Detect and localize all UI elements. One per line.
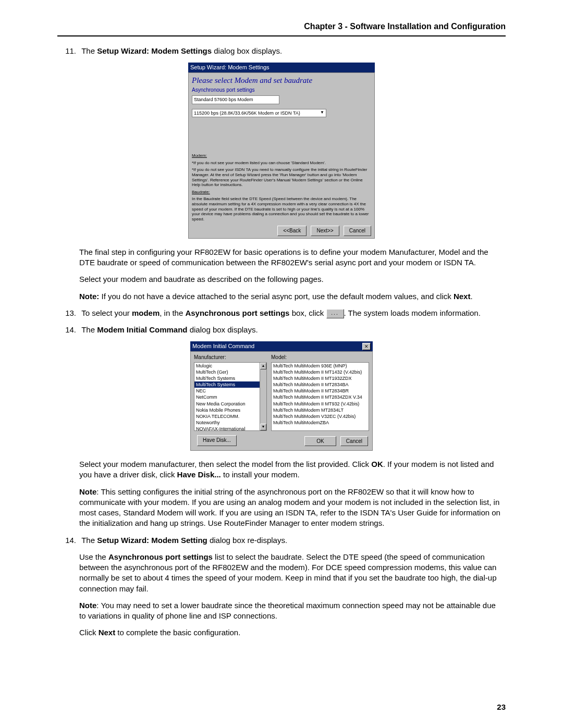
list-item[interactable]: New Media Corporation <box>194 401 266 407</box>
step-14: 14. The Modem Initial Command dialog box… <box>57 325 506 335</box>
list-item[interactable]: MultiTech Systems <box>194 381 266 388</box>
list-item[interactable]: MultiTech (Ger) <box>194 369 266 375</box>
list-item[interactable]: MultiTech MultiModem II MT1932ZDX <box>272 375 369 381</box>
help-text: In the Baudrate field select the DTE Spe… <box>189 195 374 223</box>
cancel-button[interactable]: Cancel <box>344 226 371 236</box>
list-item[interactable]: MultiTech MultiModem V32EC (V.42bis) <box>272 413 369 419</box>
list-item[interactable]: NOKIA TELECOMM. <box>194 413 266 419</box>
step-number: 13. <box>57 308 79 318</box>
list-item[interactable]: MultiTech Systems <box>194 375 266 381</box>
step-number: 14. <box>57 535 79 546</box>
help-modem-label: Modem: <box>189 152 374 159</box>
paragraph: Select your modem manufacturer, then sel… <box>79 459 501 480</box>
cancel-button[interactable]: Cancel <box>340 436 368 447</box>
paragraph: The final step in configuring your RF802… <box>79 247 501 268</box>
step-number: 14. <box>57 325 79 335</box>
window-titlebar: Modem Initial Command ✕ <box>190 341 373 351</box>
paragraph: Click Next to complete the basic configu… <box>79 627 501 638</box>
page-number: 23 <box>497 702 506 712</box>
browse-button-icon[interactable]: ... <box>326 309 344 318</box>
list-item[interactable]: NetComm <box>194 394 266 400</box>
list-item[interactable]: NOVAFAX-International <box>194 426 266 431</box>
list-item[interactable]: Noteworthy <box>194 419 266 426</box>
document-page: Chapter 3 - Software Installation and Co… <box>0 0 563 728</box>
close-icon[interactable]: ✕ <box>362 343 371 350</box>
help-text: *If you do not see your modem listed you… <box>189 159 374 167</box>
list-item[interactable]: MultiTech MultiModem MT2834LT <box>272 407 369 413</box>
list-item[interactable]: NEC <box>194 388 266 394</box>
list-item[interactable]: MultiTech MultiModem II MT1432 (V.42bis) <box>272 369 369 375</box>
window-titlebar: Setup Wizard: Modem Settings <box>188 63 375 72</box>
next-button[interactable]: Next>> <box>311 226 339 236</box>
note: Note: This setting configures the initia… <box>79 487 501 529</box>
model-label: Model: <box>271 354 369 361</box>
list-item[interactable]: MultiTech MultiModem II MT932 (V.42bis) <box>272 401 369 407</box>
step-text: To select your modem, in the Asynchronou… <box>81 308 488 318</box>
scrollbar[interactable]: ▲ ▼ <box>260 363 266 430</box>
list-item[interactable]: Mulogic <box>194 363 266 369</box>
step-text: The Setup Wizard: Modem Setting dialog b… <box>81 535 488 546</box>
model-listbox[interactable]: MultiTech MultiModem 936E (MNP)MultiTech… <box>271 362 369 431</box>
paragraph: Select your modem and baudrate as descri… <box>79 274 501 285</box>
list-item[interactable]: MultiTech MultiModem II MT2834BA <box>272 381 369 388</box>
button-row: <<Back Next>> Cancel <box>189 223 374 238</box>
help-baud-label: Baudrate: <box>189 189 374 196</box>
have-disk-button[interactable]: Have Disk... <box>197 435 237 447</box>
help-text: *If you do not see your ISDN TA you need… <box>189 166 374 188</box>
baudrate-dropdown[interactable]: 115200 bps (28.8K/33.6K/56K Modem or ISD… <box>192 109 326 117</box>
figure-modem-settings: Setup Wizard: Modem Settings Please sele… <box>57 63 506 239</box>
step-13: 13. To select your modem, in the Asynchr… <box>57 308 506 318</box>
paragraph: Use the Asynchronous port settings list … <box>79 552 501 594</box>
ok-button[interactable]: OK <box>304 436 336 447</box>
step-number: 11. <box>57 46 79 56</box>
note: Note: You may need to set a lower baudra… <box>79 600 501 622</box>
section-label: Asynchronous port settings <box>189 87 374 95</box>
scroll-down-icon[interactable]: ▼ <box>260 424 266 430</box>
list-item[interactable]: MultiTech MultiModem II MT2834ZDX V.34 <box>272 394 369 400</box>
step-14b: 14. The Setup Wizard: Modem Setting dial… <box>57 535 506 546</box>
chapter-header: Chapter 3 - Software Installation and Co… <box>57 21 506 36</box>
list-item[interactable]: MultiTech MultiModem II MT2834BR <box>272 388 369 394</box>
manufacturer-label: Manufacturer: <box>194 354 267 361</box>
figure-modem-initial-command: Modem Initial Command ✕ Manufacturer: Mu… <box>57 341 506 451</box>
list-item[interactable]: Nokia Mobile Phones <box>194 407 266 413</box>
list-item[interactable]: MultiTech MultiModemZBA <box>272 419 369 426</box>
step-11: 11. The Setup Wizard: Modem Settings dia… <box>57 46 506 56</box>
note: Note: If you do not have a device attach… <box>79 291 501 302</box>
back-button[interactable]: <<Back <box>277 226 307 236</box>
chevron-down-icon: ▼ <box>320 110 324 116</box>
step-text: The Modem Initial Command dialog box dis… <box>81 325 488 335</box>
dialog-prompt: Please select Modem and set baudrate <box>189 73 374 87</box>
list-item[interactable]: MultiTech MultiModem 936E (MNP) <box>272 363 369 369</box>
modem-field[interactable]: Standard 57600 bps Modem <box>192 95 279 104</box>
scroll-up-icon[interactable]: ▲ <box>260 363 266 369</box>
step-text: The Setup Wizard: Modem Settings dialog … <box>81 46 488 56</box>
manufacturer-listbox[interactable]: MulogicMultiTech (Ger)MultiTech SystemsM… <box>194 362 267 431</box>
